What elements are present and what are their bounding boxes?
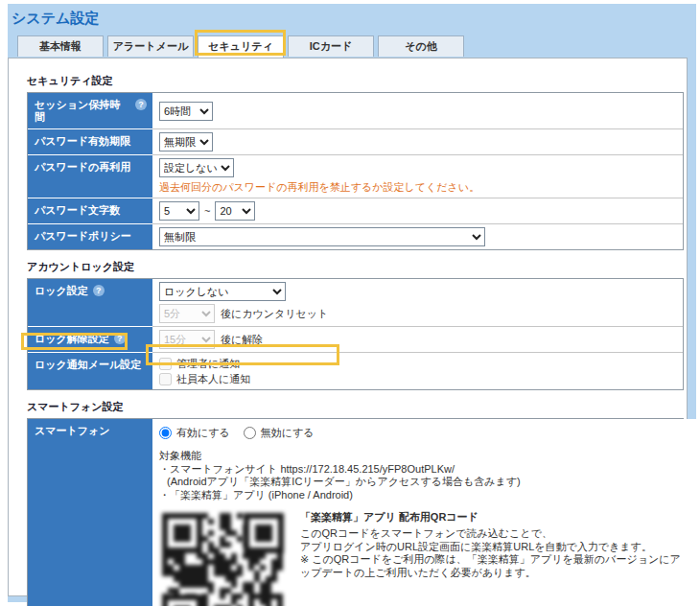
features-heading: 対象機能 [159, 450, 521, 462]
table-row: パスワードの再利用 設定しない 過去何回分のパスワードの再利用を禁止するか設定し… [28, 155, 683, 198]
notify-employee-option[interactable]: 社員本人に通知 [159, 371, 250, 386]
enable-radio-option[interactable]: 有効にする [159, 426, 230, 440]
password-reuse-note: 過去何回分のパスワードの再利用を禁止するか設定してください。 [159, 180, 479, 195]
help-icon[interactable]: ? [135, 99, 147, 110]
table-row: パスワードポリシー 無制限 [28, 224, 683, 249]
tab-bar: 基本情報 アラートメール セキュリティ ICカード その他 [8, 35, 696, 57]
table-row: セッション保持時間 ? 6時間 [28, 93, 683, 129]
smartphone-row-label: スマートフォン [35, 425, 110, 437]
tab-alert-mail[interactable]: アラートメール [107, 35, 194, 57]
smartphone-section-heading: スマートフォン設定 [27, 400, 687, 414]
password-expiry-label: パスワード有効期限 [35, 135, 130, 148]
password-policy-label: パスワードポリシー [35, 230, 131, 243]
feature-app: ・「楽楽精算」アプリ (iPhone / Android) [159, 489, 521, 501]
smartphone-table: スマートフォン 有効にする 無効にする [27, 418, 684, 606]
notify-employee-checkbox[interactable] [159, 373, 172, 385]
help-icon[interactable]: ? [93, 285, 105, 296]
qr-description-line: アプリログイン時のURL設定画面に楽楽精算URLを自動で入力できます。 [300, 541, 688, 554]
disable-radio-option[interactable]: 無効にする [244, 426, 315, 440]
table-row: ロック設定 ? ロックしない 5分 後にカウンタリセット [28, 279, 683, 327]
password-policy-select[interactable]: 無制限 [159, 227, 485, 246]
feature-site-url: ・スマートフォンサイト https://172.18.45.215/yFP8Ou… [159, 463, 521, 476]
settings-panel: システム設定 基本情報 アラートメール セキュリティ ICカード その他 セキュ… [8, 4, 696, 602]
target-features: 対象機能 ・スマートフォンサイト https://172.18.45.215/y… [159, 450, 521, 501]
lock-setting-label: ロック設定 [35, 285, 88, 297]
qr-title: 「楽楽精算」アプリ 配布用QRコード [300, 510, 688, 524]
tab-ic-card[interactable]: ICカード [288, 35, 374, 57]
table-row: ロック通知メール設定 管理者に通知 社員本人に通知 [28, 353, 683, 389]
password-length-min-select[interactable]: 5 [159, 201, 199, 221]
security-section-heading: セキュリティ設定 [27, 74, 687, 88]
password-expiry-select[interactable]: 無期限 [159, 132, 213, 152]
security-settings-table: セッション保持時間 ? 6時間 パスワード有効期限 [27, 92, 684, 250]
lock-release-time-select[interactable]: 15分 [159, 330, 215, 349]
lock-counter-reset-select[interactable]: 5分 [159, 304, 215, 323]
feature-site-note: (Androidアプリ「楽楽精算ICリーダー」からアクセスする場合も含みます) [159, 476, 521, 488]
password-reuse-label: パスワードの再利用 [35, 161, 130, 174]
password-length-separator: ~ [204, 204, 210, 219]
tab-content-security: セキュリティ設定 セッション保持時間 ? 6時間 パスワード有効期限 [8, 58, 688, 596]
table-row: パスワード文字数 5 ~ 20 [28, 198, 683, 224]
smartphone-enable-radio-group: 有効にする 無効にする [159, 426, 315, 440]
tab-security[interactable]: セキュリティ [198, 35, 284, 58]
lock-notify-mail-label: ロック通知メール設定 [35, 359, 141, 371]
system-settings-page: システム設定 基本情報 アラートメール セキュリティ ICカード その他 セキュ… [0, 0, 700, 606]
account-lock-section-heading: アカウントロック設定 [27, 260, 687, 274]
account-lock-table: ロック設定 ? ロックしない 5分 後にカウンタリセット [27, 278, 684, 390]
password-reuse-select[interactable]: 設定しない [159, 158, 234, 177]
qr-description-line: このQRコードをスマートフォンで読み込むことで、 [300, 527, 688, 541]
password-length-label: パスワード文字数 [35, 204, 120, 217]
session-keep-time-select[interactable]: 6時間 [159, 102, 213, 121]
qr-code-block: 「楽楽精算」アプリ 配布用QRコード このQRコードをスマートフォンで読み込むこ… [159, 510, 688, 606]
tab-basic-info[interactable]: 基本情報 [17, 35, 104, 57]
help-icon[interactable]: ? [114, 333, 126, 344]
notify-admin-option[interactable]: 管理者に通知 [159, 356, 240, 371]
tab-other[interactable]: その他 [378, 35, 464, 57]
qr-description-line: ※ このQRコードをご利用の際は、「楽楽精算」アプリを最新のバージョンにアップデ… [300, 553, 688, 579]
session-keep-time-label: セッション保持時間 [35, 99, 130, 124]
lock-release-label: ロック解除設定 [35, 333, 109, 345]
page-title: システム設定 [8, 4, 696, 33]
password-length-max-select[interactable]: 20 [215, 201, 255, 221]
lock-counter-reset-suffix: 後にカウンタリセット [221, 307, 328, 321]
table-row: パスワード有効期限 無期限 [28, 129, 683, 155]
enable-radio[interactable] [159, 427, 172, 439]
lock-release-suffix: 後に解除 [221, 333, 263, 347]
table-row: ロック解除設定 ? 15分 後に解除 [28, 327, 683, 353]
disable-radio[interactable] [244, 427, 256, 439]
notify-admin-checkbox[interactable] [159, 358, 172, 370]
lock-setting-select[interactable]: ロックしない [159, 282, 286, 301]
qr-code-image [159, 510, 287, 606]
table-row: スマートフォン 有効にする 無効にする [28, 419, 683, 606]
